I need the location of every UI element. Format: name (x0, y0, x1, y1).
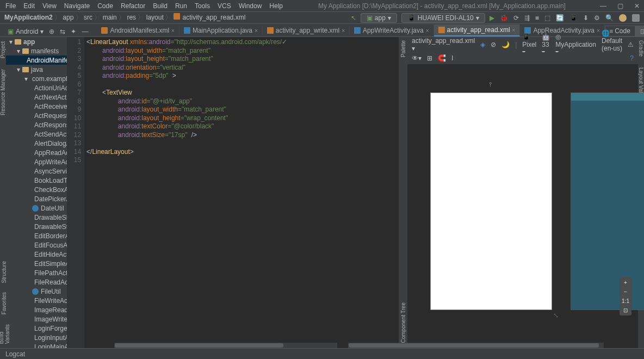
design-scrollbar[interactable] (348, 343, 604, 348)
component-tree-tab[interactable]: Component Tree (400, 302, 406, 343)
menu-tools[interactable]: Tools (191, 1, 213, 11)
menu-build[interactable]: Build (150, 1, 171, 11)
editor-scrollbar[interactable] (114, 343, 337, 348)
tree-class-FileReadActivity[interactable]: FileReadActivity (6, 277, 67, 287)
tree-class-EditSimpleActivity[interactable]: EditSimpleActivity (6, 259, 67, 268)
tree-class-ImageReadActivity[interactable]: ImageReadActivity (6, 305, 67, 314)
tree-manifest-file[interactable]: AndroidManifest.xml (6, 55, 67, 65)
tree-class-LoginInputActivity[interactable]: LoginInputActivity (6, 333, 67, 342)
tab-activity_app_read.xml[interactable]: activity_app_read.xml× (434, 24, 521, 36)
zoom-fit-icon[interactable]: ⊡ (623, 307, 628, 313)
tree-class-EditBorderActivity[interactable]: EditBorderActivity (6, 231, 67, 240)
tree-class-CheckBoxActivity[interactable]: CheckBoxActivity (6, 185, 67, 194)
collapse-icon[interactable]: ⇆ (60, 28, 65, 35)
tool-resource-manager[interactable]: Resource Manager (0, 69, 6, 115)
tree-class-LoginMainActivity[interactable]: LoginMainActivity (6, 342, 67, 348)
magnet-icon[interactable]: 🧲 (438, 54, 446, 62)
tree-class-LoginForgetActivity[interactable]: LoginForgetActivity (6, 324, 67, 333)
preview-surface[interactable] (430, 92, 552, 310)
tree-class-ActReceiveActivity[interactable]: ActReceiveActivity (6, 102, 67, 111)
tree-class-AsyncService[interactable]: AsyncService (6, 166, 67, 176)
orientation-icon[interactable]: ⊘ (491, 41, 496, 48)
tree-class-DrawableShapeActivity[interactable]: DrawableShapeActivity (6, 213, 67, 222)
tree-class-BookLoadTask[interactable]: BookLoadTask (6, 176, 67, 185)
avd-icon[interactable]: 📱 (569, 14, 578, 22)
menu-refactor[interactable]: Refactor (117, 1, 148, 11)
help-icon[interactable] (619, 14, 627, 22)
tree-class-ActionUriActivity[interactable]: ActionUriActivity (6, 83, 67, 92)
avatar-icon[interactable] (632, 14, 640, 22)
breadcrumb-item[interactable]: main (103, 14, 117, 21)
run-config-selector[interactable]: ▣app▾ (361, 13, 397, 23)
zoom-in-icon[interactable]: + (624, 280, 627, 286)
run-icon[interactable]: ▶ (490, 14, 494, 22)
tree-class-DateUtil[interactable]: DateUtil (6, 203, 67, 213)
tree-class-FileUtil[interactable]: FileUtil (6, 287, 67, 296)
eye-icon[interactable]: 👁▾ (412, 54, 422, 62)
menu-file[interactable]: File (2, 1, 19, 11)
tool-structure[interactable]: Structure (1, 261, 7, 283)
tree-class-DatePickerActivity[interactable]: DatePickerActivity (6, 194, 67, 203)
tree-class-ActResponseActivity[interactable]: ActResponseActivity (6, 120, 67, 129)
grid-icon[interactable]: ⊞ (427, 54, 432, 62)
warnings-icon[interactable]: ⚠ (628, 41, 634, 48)
device-selector[interactable]: 📱HUAWEI EDI-AL10▾ (401, 13, 485, 23)
tree-class-EditHideActivity[interactable]: EditHideActivity (6, 250, 67, 259)
menu-vcs[interactable]: VCS (214, 1, 234, 11)
tree-class-AppWriteActivity[interactable]: AppWriteActivity (6, 157, 67, 166)
tree-class-DrawableStateActivity[interactable]: DrawableStateActivity (6, 222, 67, 231)
breadcrumb-item[interactable]: res (127, 14, 136, 21)
tool-build-variants[interactable]: Build Variants (0, 323, 10, 344)
tree-class-FilePathActivity[interactable]: FilePathActivity (6, 268, 67, 277)
breadcrumb-item[interactable]: activity_app_read.xml (182, 14, 245, 21)
attach-icon[interactable]: ⇶ (524, 14, 530, 22)
tab-AppWriteActivity.java[interactable]: AppWriteActivity.java× (350, 24, 434, 36)
select-opened-icon[interactable]: ⊕ (49, 28, 54, 35)
tree-class-EditFocusActivity[interactable]: EditFocusActivity (6, 240, 67, 250)
gear-icon[interactable]: ✦ (71, 28, 76, 35)
project-view-selector[interactable]: ▣Android▾ (8, 28, 44, 35)
palette-tab[interactable]: Palette (400, 40, 406, 57)
menu-view[interactable]: View (39, 1, 60, 11)
minimize-icon[interactable]: — (598, 2, 609, 10)
back-icon[interactable]: ↖ (351, 14, 356, 22)
menu-run[interactable]: Run (172, 1, 190, 11)
tree-class-ActNextActivity[interactable]: ActNextActivity (6, 92, 67, 102)
tab-MainApplication.java[interactable]: MainApplication.java× (179, 24, 263, 36)
hide-icon[interactable]: — (82, 28, 88, 35)
tree-class-AlertDialogActivity[interactable]: AlertDialogActivity (6, 139, 67, 148)
code-editor[interactable]: <LinearLayout xmlns:android="http://sche… (84, 37, 399, 348)
info-icon[interactable]: ? (630, 54, 634, 62)
blueprint-surface[interactable] (571, 92, 644, 310)
breadcrumb-item[interactable]: MyApplication2 (4, 14, 53, 21)
tree-class-FileWriteActivity[interactable]: FileWriteActivity (6, 296, 67, 305)
tab-AndroidManifest.xml[interactable]: AndroidManifest.xml× (97, 24, 179, 36)
resize-handle[interactable]: ⤡ (553, 312, 559, 319)
layout-file-dd[interactable]: activity_app_read.xml ▾ (412, 37, 475, 52)
zoom-ratio[interactable]: 1:1 (622, 298, 629, 304)
sync-icon[interactable]: 🔄 (556, 14, 564, 22)
breadcrumb-item[interactable]: app (63, 14, 73, 21)
stop-icon[interactable]: ■ (535, 14, 539, 22)
tree-class-ActRequestActivity[interactable]: ActRequestActivity (6, 111, 67, 120)
tooltip-icon[interactable]: I (451, 54, 453, 62)
settings-icon[interactable]: ⚙ (594, 14, 600, 22)
tree-manifests[interactable]: ▾ manifests (6, 46, 67, 55)
tree-class-ImageWriteActivity[interactable]: ImageWriteActivity (6, 314, 67, 324)
profile-icon[interactable]: ⟳ (513, 14, 519, 22)
close-icon[interactable]: ✕ (632, 2, 642, 10)
tree-class-ActSendActivity[interactable]: ActSendActivity (6, 129, 67, 139)
design-surface-icon[interactable]: ◈ (480, 41, 485, 48)
tree-app[interactable]: ▾ app (6, 37, 67, 46)
zoom-out-icon[interactable]: − (624, 289, 627, 295)
sdk-icon[interactable]: ⬇ (583, 14, 589, 22)
tree-pkg[interactable]: ▾ com.example.myapplication (6, 74, 67, 83)
tool-favorites[interactable]: Favorites (1, 292, 7, 314)
search-icon[interactable]: 🔍 (605, 14, 614, 22)
night-icon[interactable]: 🌙 (501, 41, 510, 48)
more-icon[interactable]: ⬚ (544, 14, 550, 22)
tab-activity_app_write.xml[interactable]: activity_app_write.xml× (263, 24, 350, 36)
tool-gradle[interactable]: Gradle (638, 40, 644, 57)
tree-class-AppReadActivity[interactable]: AppReadActivity (6, 148, 67, 157)
tool-project[interactable]: Project (0, 41, 6, 58)
